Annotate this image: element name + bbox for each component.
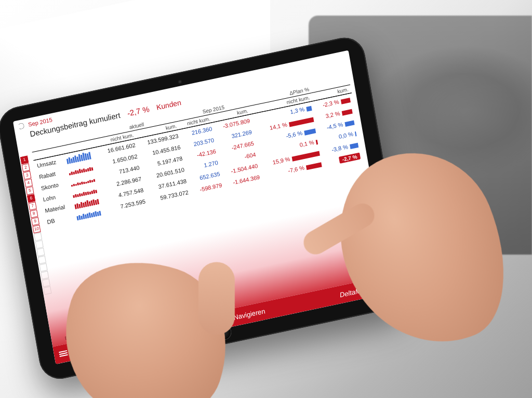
menu-icon[interactable] [59, 350, 68, 357]
zoom-button[interactable]: Zoomen [178, 320, 204, 333]
brand: DeltaMaster [339, 282, 384, 299]
brand-logo-icon [377, 283, 384, 290]
bottom-toolbar: Zoomen Navigieren DeltaMaster [52, 275, 391, 364]
navigate-button[interactable]: Navigieren [233, 307, 265, 322]
brand-label: DeltaMaster [339, 283, 376, 298]
tablet-camera [178, 79, 182, 85]
refresh-icon[interactable] [18, 123, 25, 130]
page-tab-18[interactable] [43, 286, 51, 295]
app-screen: Sep 2015 Deckungsbeitrag kumuliert -2,7 … [13, 50, 391, 364]
